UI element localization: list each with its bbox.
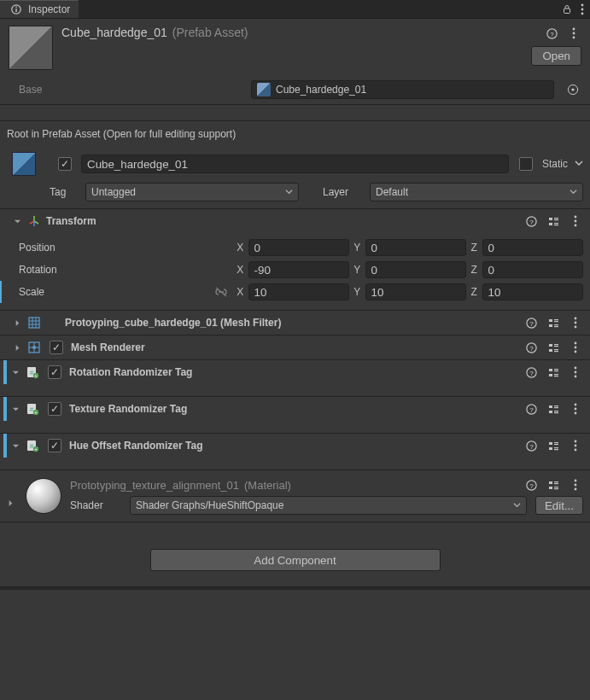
svg-rect-19 bbox=[549, 223, 552, 225]
open-button[interactable]: Open bbox=[531, 46, 581, 66]
preset-icon[interactable] bbox=[546, 401, 561, 417]
component-enabled-toggle[interactable] bbox=[50, 341, 63, 354]
position-x-field[interactable] bbox=[248, 239, 349, 256]
object-picker-icon[interactable] bbox=[564, 84, 581, 96]
help-icon[interactable]: ? bbox=[523, 365, 539, 380]
rotation-x-field[interactable] bbox=[248, 261, 349, 278]
help-icon[interactable]: ? bbox=[523, 401, 539, 417]
scale-x-field[interactable] bbox=[248, 283, 349, 300]
foldout-icon[interactable] bbox=[12, 216, 22, 226]
component: #+Texture Randomizer Tag? bbox=[0, 396, 590, 433]
svg-point-110 bbox=[575, 480, 577, 482]
scale-z-field[interactable] bbox=[482, 283, 583, 300]
svg-rect-21 bbox=[554, 225, 558, 225]
component-enabled-toggle[interactable] bbox=[48, 402, 61, 416]
constrain-proportions-icon[interactable] bbox=[212, 286, 231, 298]
go-name-field[interactable] bbox=[81, 155, 509, 173]
more-icon[interactable] bbox=[568, 315, 583, 330]
svg-text:+: + bbox=[35, 373, 38, 378]
more-icon[interactable] bbox=[568, 213, 583, 229]
component-header[interactable]: #+Texture Randomizer Tag? bbox=[0, 397, 590, 421]
static-toggle[interactable] bbox=[519, 157, 533, 171]
svg-point-112 bbox=[575, 488, 577, 491]
help-icon[interactable]: ? bbox=[523, 213, 539, 229]
transform-component: Transform ? Position X Y Z Rotation X Y … bbox=[0, 208, 590, 310]
position-y-field[interactable] bbox=[365, 239, 466, 256]
preset-icon[interactable] bbox=[546, 315, 561, 330]
static-dropdown-caret[interactable] bbox=[575, 158, 583, 170]
svg-rect-20 bbox=[554, 223, 558, 224]
component-enabled-toggle[interactable] bbox=[48, 365, 61, 379]
svg-point-56 bbox=[575, 351, 577, 353]
svg-point-9 bbox=[573, 28, 575, 31]
shader-dropdown[interactable]: Shader Graphs/HueShiftOpaque bbox=[130, 496, 527, 515]
svg-rect-37 bbox=[554, 324, 558, 325]
svg-rect-2 bbox=[15, 7, 16, 8]
svg-rect-83 bbox=[554, 412, 558, 413]
transform-header[interactable]: Transform ? bbox=[0, 209, 590, 233]
foldout-icon[interactable] bbox=[12, 342, 22, 353]
rotation-y-field[interactable] bbox=[365, 261, 466, 278]
scale-y-field[interactable] bbox=[365, 283, 466, 300]
component-title: Protoyping_cube_hardedge_01 (Mesh Filter… bbox=[65, 317, 518, 329]
svg-rect-38 bbox=[554, 326, 558, 327]
rotation-z-field[interactable] bbox=[482, 261, 583, 278]
help-icon[interactable]: ? bbox=[523, 315, 539, 330]
help-icon[interactable]: ? bbox=[523, 477, 539, 493]
svg-text:?: ? bbox=[529, 481, 534, 489]
svg-rect-18 bbox=[554, 219, 558, 220]
chevron-down-icon bbox=[570, 186, 577, 198]
lock-icon[interactable] bbox=[559, 2, 575, 17]
help-icon[interactable]: ? bbox=[523, 438, 539, 453]
position-z-field[interactable] bbox=[482, 239, 583, 256]
more-icon[interactable] bbox=[568, 365, 583, 380]
layer-dropdown[interactable]: Default bbox=[370, 183, 583, 201]
position-label: Position bbox=[19, 242, 207, 254]
foldout-icon[interactable] bbox=[7, 498, 17, 510]
tab-menu-icon[interactable] bbox=[575, 2, 590, 17]
help-icon[interactable]: ? bbox=[544, 26, 559, 41]
edit-shader-button[interactable]: Edit... bbox=[535, 496, 583, 515]
svg-point-39 bbox=[575, 318, 577, 320]
more-icon[interactable] bbox=[568, 340, 583, 355]
tab-label: Inspector bbox=[28, 3, 70, 15]
svg-rect-64 bbox=[554, 369, 558, 370]
scale-label: Scale bbox=[19, 286, 207, 298]
material-preview bbox=[26, 478, 61, 514]
help-icon[interactable]: ? bbox=[523, 340, 539, 355]
preset-icon[interactable] bbox=[546, 340, 561, 355]
foldout-icon[interactable] bbox=[12, 318, 22, 328]
svg-point-55 bbox=[575, 347, 577, 349]
layer-value: Default bbox=[376, 186, 408, 198]
component-header[interactable]: Mesh Renderer? bbox=[0, 335, 590, 359]
preset-icon[interactable] bbox=[546, 477, 561, 493]
svg-point-71 bbox=[575, 376, 577, 378]
add-component-button[interactable]: Add Component bbox=[150, 549, 441, 571]
foldout-icon[interactable] bbox=[10, 367, 20, 377]
preset-icon[interactable] bbox=[546, 365, 561, 380]
more-icon[interactable] bbox=[568, 401, 583, 417]
svg-point-70 bbox=[575, 371, 577, 374]
more-icon[interactable] bbox=[568, 477, 583, 493]
tab-inspector[interactable]: Inspector bbox=[0, 0, 79, 18]
preset-icon[interactable] bbox=[546, 438, 561, 453]
svg-rect-36 bbox=[549, 324, 552, 327]
foldout-icon[interactable] bbox=[10, 404, 20, 414]
foldout-icon[interactable] bbox=[10, 440, 20, 451]
more-icon[interactable] bbox=[568, 438, 583, 453]
svg-text:+: + bbox=[35, 410, 38, 415]
transform-title: Transform bbox=[46, 215, 518, 227]
component-header[interactable]: #+Hue Offset Randomizer Tag? bbox=[0, 434, 590, 458]
tag-dropdown[interactable]: Untagged bbox=[85, 183, 299, 201]
base-object-field[interactable]: Cube_hardedge_01 bbox=[251, 80, 554, 99]
component-header[interactable]: Protoyping_cube_hardedge_01 (Mesh Filter… bbox=[0, 311, 590, 335]
more-icon[interactable] bbox=[566, 26, 581, 41]
svg-rect-79 bbox=[554, 405, 558, 406]
preset-icon[interactable] bbox=[546, 213, 561, 229]
asset-thumbnail bbox=[9, 26, 53, 70]
go-enabled-toggle[interactable] bbox=[58, 157, 72, 171]
component-header[interactable]: #+Rotation Randomizer Tag? bbox=[0, 360, 590, 384]
component-enabled-toggle[interactable] bbox=[48, 439, 61, 452]
root-note: Root in Prefab Asset (Open for full edit… bbox=[0, 121, 590, 149]
component: Mesh Renderer? bbox=[0, 335, 590, 359]
